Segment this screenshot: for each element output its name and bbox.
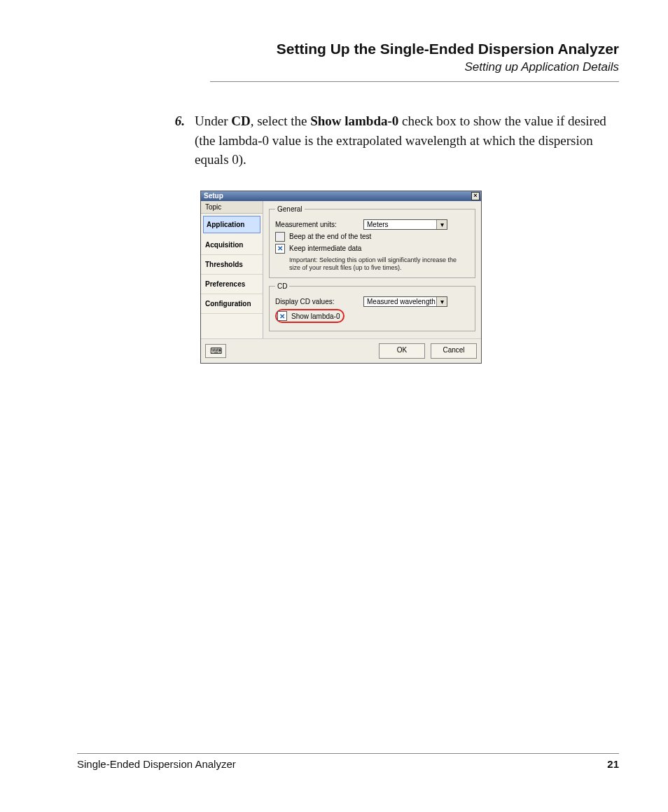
sidebar-item-acquisition[interactable]: Acquisition <box>201 235 263 255</box>
show-lambda-checkbox[interactable]: ✕ <box>277 311 287 321</box>
general-group: General Measurement units: Meters ▾ ✕ Be… <box>269 205 475 279</box>
ok-button[interactable]: OK <box>379 343 425 359</box>
keep-note: Important: Selecting this option will si… <box>289 256 469 273</box>
page-header: Setting Up the Single-Ended Dispersion A… <box>210 41 619 82</box>
footer-doc-title: Single-Ended Dispersion Analyzer <box>77 758 236 770</box>
display-cd-value: Measured wavelength <box>367 298 436 305</box>
keyboard-icon[interactable]: ⌨ <box>205 344 226 358</box>
chapter-title: Setting Up the Single-Ended Dispersion A… <box>210 41 619 57</box>
sidebar-item-application[interactable]: Application <box>203 216 260 233</box>
sidebar-item-configuration[interactable]: Configuration <box>201 294 263 314</box>
display-cd-combo[interactable]: Measured wavelength ▾ <box>363 296 447 307</box>
general-legend: General <box>275 205 305 213</box>
show-lambda-label: Show lambda-0 <box>291 312 340 320</box>
units-value: Meters <box>367 221 389 228</box>
settings-pane: General Measurement units: Meters ▾ ✕ Be… <box>263 201 481 339</box>
cancel-button[interactable]: Cancel <box>431 343 477 359</box>
page-number: 21 <box>607 758 619 770</box>
step-text: Under CD, select the Show lambda-0 check… <box>195 111 619 170</box>
highlight-circle: ✕ Show lambda-0 <box>275 309 345 323</box>
setup-window: Setup × Topic Application Acquisition Th… <box>200 191 482 364</box>
units-label: Measurement units: <box>275 221 363 228</box>
units-combo[interactable]: Meters ▾ <box>363 219 447 230</box>
sidebar-header: Topic <box>201 201 263 214</box>
titlebar: Setup × <box>201 191 481 201</box>
page-footer: Single-Ended Dispersion Analyzer 21 <box>77 753 619 770</box>
keep-checkbox[interactable]: ✕ <box>275 244 285 254</box>
window-title: Setup <box>204 192 223 200</box>
sidebar-item-preferences[interactable]: Preferences <box>201 275 263 294</box>
close-icon[interactable]: × <box>471 192 480 200</box>
beep-label: Beep at the end of the test <box>289 233 371 240</box>
chevron-down-icon: ▾ <box>436 220 447 229</box>
chevron-down-icon: ▾ <box>436 297 447 306</box>
cd-group: CD Display CD values: Measured wavelengt… <box>269 282 475 331</box>
topic-sidebar: Topic Application Acquisition Thresholds… <box>201 201 263 339</box>
keep-label: Keep intermediate data <box>289 245 361 252</box>
sidebar-item-thresholds[interactable]: Thresholds <box>201 255 263 275</box>
button-bar: ⌨ OK Cancel <box>201 338 481 363</box>
beep-checkbox[interactable]: ✕ <box>275 232 285 242</box>
cd-legend: CD <box>275 282 289 290</box>
header-rule <box>210 81 619 82</box>
chapter-subtitle: Setting up Application Details <box>210 60 619 74</box>
step-number: 6. <box>161 111 195 170</box>
step-6: 6. Under CD, select the Show lambda-0 ch… <box>161 111 619 170</box>
display-cd-label: Display CD values: <box>275 298 363 305</box>
